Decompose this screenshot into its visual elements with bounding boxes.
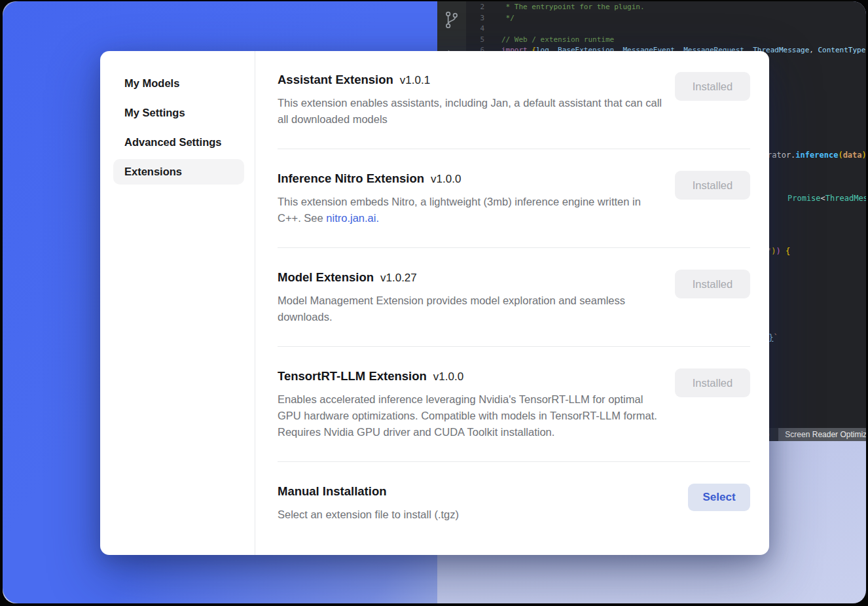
- code-line: 2 * The entrypoint for the plugin.: [466, 2, 866, 13]
- extension-description: Select an extension file to install (.tg…: [278, 507, 459, 523]
- extension-row: TensortRT-LLM Extensionv1.0.0 Enables ac…: [278, 347, 750, 462]
- line-number: 2: [466, 2, 484, 13]
- extension-name: Model Extension: [278, 270, 374, 284]
- code-fragment: rator.inference(data));: [767, 151, 866, 160]
- line-number: 3: [466, 13, 484, 24]
- code-fragment: Promise<ThreadMessage>: [787, 194, 866, 204]
- extension-title-line: Inference Nitro Extensionv1.0.0: [278, 171, 662, 187]
- extension-row: Inference Nitro Extensionv1.0.0 This ext…: [278, 149, 750, 248]
- app-window: 2 * The entrypoint for the plugin.3 */45…: [3, 1, 866, 603]
- extension-info: Manual Installation Select an extension …: [278, 484, 459, 523]
- code-line: 5// Web / extension runtime: [466, 35, 866, 46]
- extension-version: v1.0.27: [380, 272, 417, 284]
- code-token: // Web / extension runtime: [501, 35, 614, 44]
- line-number: 4: [466, 24, 484, 35]
- code-token: `: [773, 333, 778, 342]
- extension-description: This extension enables assistants, inclu…: [278, 95, 662, 128]
- extension-name: Manual Installation: [278, 484, 387, 498]
- extension-info: Inference Nitro Extensionv1.0.0 This ext…: [278, 171, 662, 226]
- extension-row: Manual Installation Select an extension …: [278, 462, 750, 544]
- code-token: ContentType: [818, 46, 866, 54]
- code-token: <: [821, 194, 825, 203]
- code-token: data: [843, 151, 862, 160]
- sidebar-item-advanced-settings[interactable]: Advanced Settings: [113, 130, 244, 155]
- extension-title-line: Assistant Extensionv1.0.1: [278, 72, 662, 88]
- sidebar-item-my-settings[interactable]: My Settings: [113, 100, 244, 126]
- extension-info: TensortRT-LLM Extensionv1.0.0 Enables ac…: [278, 368, 662, 440]
- extension-description: Model Management Extension provides mode…: [278, 293, 662, 325]
- code-token: inference: [795, 151, 838, 160]
- code-token: * The entrypoint for the plugin.: [501, 3, 645, 11]
- extension-info: Assistant Extensionv1.0.1 This extension…: [278, 72, 662, 128]
- extension-title-line: TensortRT-LLM Extensionv1.0.0: [278, 368, 662, 384]
- settings-modal: My ModelsMy SettingsAdvanced SettingsExt…: [100, 51, 769, 555]
- extensions-list: Assistant Extensionv1.0.1 This extension…: [255, 51, 769, 555]
- extension-description: Enables accelerated inference leveraging…: [278, 391, 662, 440]
- extension-info: Model Extensionv1.0.27 Model Management …: [278, 270, 662, 325]
- extension-link[interactable]: nitro.jan.ai.: [326, 212, 379, 224]
- code-line: 3 */: [466, 13, 866, 24]
- extension-name: TensortRT-LLM Extension: [278, 369, 427, 383]
- settings-sidebar: My ModelsMy SettingsAdvanced SettingsExt…: [100, 51, 255, 555]
- code-token: ,: [809, 46, 818, 54]
- line-number: 5: [466, 35, 484, 46]
- screen-reader-status-item: Screen Reader Optimize: [778, 428, 866, 441]
- sidebar-item-my-models[interactable]: My Models: [113, 71, 244, 96]
- installed-status-button[interactable]: Installed: [675, 270, 750, 298]
- source-control-icon: [437, 10, 466, 31]
- code-lines: 2 * The entrypoint for the plugin.3 */45…: [466, 2, 866, 56]
- extension-title-line: Manual Installation: [278, 484, 459, 499]
- extension-row: Assistant Extensionv1.0.1 This extension…: [278, 51, 750, 149]
- code-token: ThreadMessage: [825, 194, 866, 203]
- extension-version: v1.0.0: [431, 173, 461, 185]
- code-token: (: [838, 151, 842, 160]
- extension-row: Model Extensionv1.0.27 Model Management …: [278, 248, 750, 347]
- installed-status-button[interactable]: Installed: [675, 368, 750, 397]
- sidebar-item-extensions[interactable]: Extensions: [113, 159, 244, 185]
- code-line: 4: [466, 24, 866, 35]
- code-token: {: [786, 247, 790, 256]
- installed-status-button[interactable]: Installed: [675, 171, 750, 200]
- extension-name: Inference Nitro Extension: [278, 171, 424, 185]
- code-token: ): [776, 247, 780, 256]
- extension-title-line: Model Extensionv1.0.27: [278, 270, 662, 285]
- extension-version: v1.0.0: [433, 370, 463, 383]
- installed-status-button[interactable]: Installed: [675, 72, 750, 101]
- extension-version: v1.0.1: [400, 74, 430, 86]
- code-token: */: [501, 14, 515, 22]
- code-token: Promise: [787, 194, 821, 203]
- code-fragment: ")) {: [767, 247, 790, 257]
- code-token: [781, 247, 786, 256]
- extension-description: This extension embeds Nitro, a lightweig…: [278, 194, 662, 226]
- code-token: rator.: [767, 151, 795, 160]
- extension-name: Assistant Extension: [278, 73, 393, 86]
- code-token: ): [862, 151, 866, 160]
- select-file-button[interactable]: Select: [688, 484, 750, 511]
